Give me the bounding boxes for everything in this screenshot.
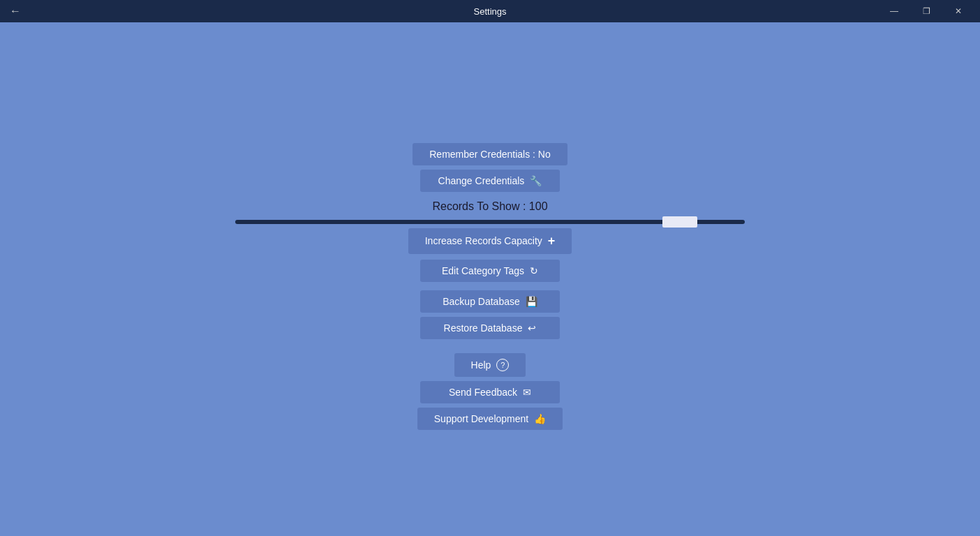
restore-button[interactable]: ❐: [910, 0, 942, 22]
backup-database-icon: 💾: [526, 296, 537, 307]
database-group: Backup Database 💾 Restore Database ↩: [420, 290, 560, 339]
records-label: Records To Show : 100: [432, 200, 547, 213]
help-label: Help: [471, 359, 491, 371]
titlebar: ← Settings — ❐ ✕: [0, 0, 980, 22]
edit-tags-icon: ↻: [530, 265, 538, 276]
send-feedback-label: Send Feedback: [449, 387, 517, 398]
restore-database-icon: ↩: [528, 322, 536, 334]
edit-tags-label: Edit Category Tags: [442, 265, 524, 276]
support-development-button[interactable]: Support Development 👍: [417, 408, 563, 430]
change-credentials-label: Change Credentials: [438, 175, 525, 186]
help-section: Help ? Send Feedback ✉ Support Developme…: [417, 353, 563, 430]
increase-capacity-label: Increase Records Capacity: [425, 235, 542, 246]
help-icon: ?: [496, 359, 509, 371]
send-feedback-button[interactable]: Send Feedback ✉: [420, 381, 560, 403]
minimize-button[interactable]: —: [878, 0, 910, 22]
backup-database-label: Backup Database: [443, 296, 520, 307]
increase-capacity-button[interactable]: Increase Records Capacity +: [408, 228, 572, 254]
titlebar-left: ←: [6, 3, 25, 19]
close-button[interactable]: ✕: [942, 0, 974, 22]
restore-database-button[interactable]: Restore Database ↩: [420, 317, 560, 339]
tags-group: Edit Category Tags ↻: [420, 260, 560, 282]
main-content: Remember Credentials : No Change Credent…: [0, 22, 980, 536]
support-development-label: Support Development: [434, 413, 528, 424]
restore-database-label: Restore Database: [444, 322, 523, 334]
records-group: Records To Show : 100 Increase Records C…: [235, 200, 745, 254]
support-icon: 👍: [534, 413, 546, 424]
back-button[interactable]: ←: [6, 3, 25, 19]
change-credentials-button[interactable]: Change Credentials 🔧: [420, 170, 560, 192]
edit-tags-button[interactable]: Edit Category Tags ↻: [420, 260, 560, 282]
records-slider[interactable]: [235, 220, 745, 224]
increase-capacity-icon: +: [548, 234, 556, 248]
change-credentials-icon: 🔧: [530, 175, 542, 186]
remember-credentials-label: Remember Credentials : No: [429, 149, 551, 160]
window-controls: — ❐ ✕: [878, 0, 974, 22]
feedback-icon: ✉: [523, 387, 531, 398]
credentials-group: Remember Credentials : No Change Credent…: [413, 143, 567, 192]
remember-credentials-button[interactable]: Remember Credentials : No: [413, 143, 567, 165]
page-title: Settings: [474, 6, 507, 17]
help-button[interactable]: Help ?: [454, 353, 526, 377]
backup-database-button[interactable]: Backup Database 💾: [420, 290, 560, 313]
